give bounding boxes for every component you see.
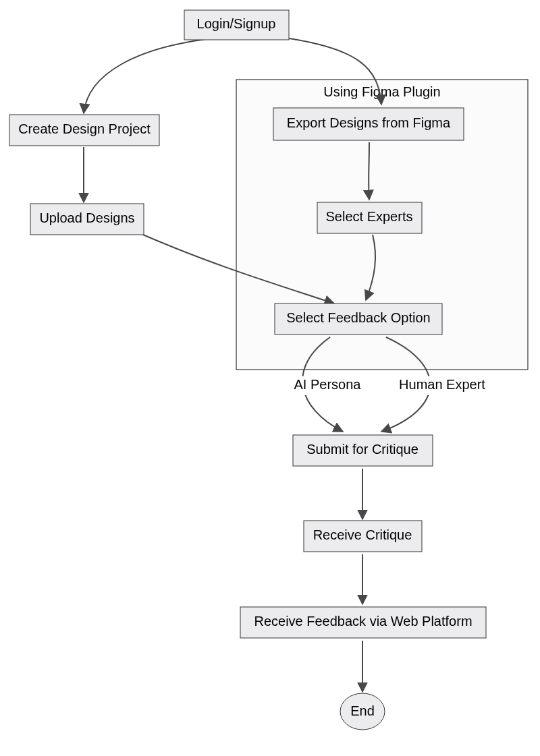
node-submit-label: Submit for Critique — [306, 442, 418, 457]
node-receive-label: Receive Critique — [313, 527, 412, 542]
edge-label-ai-persona: AI Persona — [294, 377, 362, 392]
node-login-label: Login/Signup — [197, 16, 276, 31]
edge-label-human-expert: Human Expert — [399, 377, 485, 392]
node-export-label: Export Designs from Figma — [287, 115, 451, 130]
node-upload-label: Upload Designs — [39, 210, 134, 225]
node-end-label: End — [350, 703, 375, 718]
node-create-label: Create Design Project — [18, 121, 151, 136]
edge-export-experts — [369, 142, 369, 200]
node-option-label: Select Feedback Option — [286, 310, 430, 325]
flowchart: Using Figma Plugin AI Persona Human Expe… — [0, 0, 540, 756]
node-webfb-label: Receive Feedback via Web Platform — [254, 614, 472, 629]
subgraph-title: Using Figma Plugin — [323, 84, 440, 99]
edge-login-create — [84, 38, 217, 113]
node-experts-label: Select Experts — [326, 209, 413, 224]
